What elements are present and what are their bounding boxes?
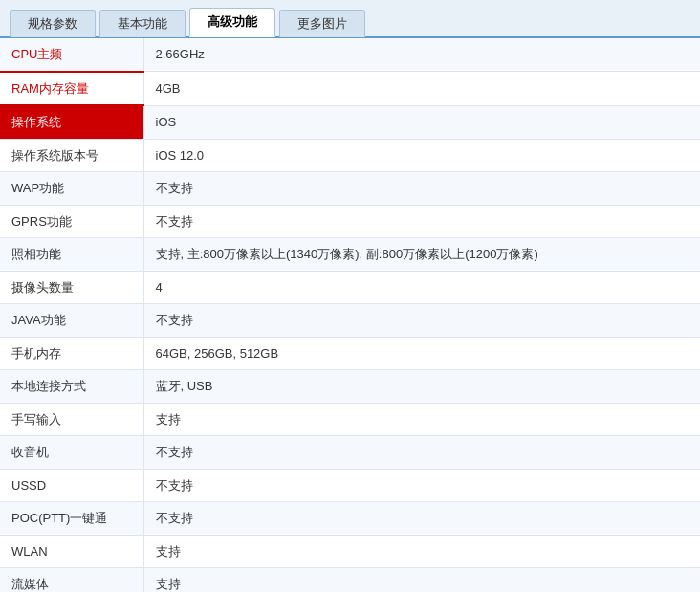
table-row: POC(PTT)一键通不支持 [0,502,700,536]
table-row: 本地连接方式蓝牙, USB [0,370,700,404]
row-value: 不支持 [143,205,700,238]
row-value: 不支持 [143,172,700,206]
table-row: JAVA功能不支持 [0,304,700,338]
row-value: 不支持 [143,469,700,502]
row-value: 不支持 [143,304,700,338]
table-row: GPRS功能不支持 [0,205,700,238]
tab-photos[interactable]: 更多图片 [279,10,365,37]
table-row: USSD不支持 [0,469,700,502]
row-label: GPRS功能 [0,205,143,238]
row-value: 支持, 主:800万像素以上(1340万像素), 副:800万像素以上(1200… [143,238,700,272]
table-row: WAP功能不支持 [0,172,700,206]
row-label: 手机内存 [0,337,143,370]
table-row: 操作系统版本号iOS 12.0 [0,139,700,172]
row-value: 支持 [143,535,700,568]
row-value: 不支持 [143,436,700,470]
tab-advanced[interactable]: 高级功能 [189,8,275,37]
row-label: WLAN [0,535,143,568]
row-label: 收音机 [0,436,143,470]
spec-table: CPU主频2.66GHzRAM内存容量4GB操作系统iOS操作系统版本号iOS … [0,38,700,592]
table-row: RAM内存容量4GB [0,72,700,106]
table-row: CPU主频2.66GHz [0,38,700,72]
row-label: 本地连接方式 [0,370,143,404]
row-label: 摄像头数量 [0,271,143,304]
row-label: 流媒体 [0,568,143,593]
row-value: 2.66GHz [143,38,700,72]
row-label: 手写输入 [0,403,143,436]
table-row: WLAN支持 [0,535,700,568]
row-label: 操作系统 [0,105,143,139]
row-label: USSD [0,469,143,502]
row-label: 操作系统版本号 [0,139,143,172]
table-row: 手写输入支持 [0,403,700,436]
tab-bar: 规格参数 基本功能 高级功能 更多图片 [0,0,700,38]
row-label: POC(PTT)一键通 [0,502,143,536]
row-label: WAP功能 [0,172,143,206]
row-value: 4GB [143,72,700,106]
row-label: 照相功能 [0,238,143,272]
table-row: 收音机不支持 [0,436,700,470]
row-value: 4 [143,271,700,304]
table-row: 手机内存64GB, 256GB, 512GB [0,337,700,370]
table-row: 照相功能支持, 主:800万像素以上(1340万像素), 副:800万像素以上(… [0,238,700,272]
row-label: CPU主频 [0,38,143,72]
row-value: iOS 12.0 [143,139,700,172]
row-label: RAM内存容量 [0,72,143,106]
row-value: 蓝牙, USB [143,370,700,404]
table-row: 流媒体支持 [0,568,700,593]
row-label: JAVA功能 [0,304,143,338]
tab-basic[interactable]: 基本功能 [99,10,186,37]
row-value: 支持 [143,403,700,436]
row-value: 不支持 [143,502,700,536]
table-row: 操作系统iOS [0,105,700,139]
row-value: 64GB, 256GB, 512GB [143,337,700,370]
row-value: 支持 [143,568,700,593]
content-area: CPU主频2.66GHzRAM内存容量4GB操作系统iOS操作系统版本号iOS … [0,38,700,592]
table-row: 摄像头数量4 [0,271,700,304]
row-value: iOS [143,105,700,139]
tab-specs[interactable]: 规格参数 [10,10,96,37]
